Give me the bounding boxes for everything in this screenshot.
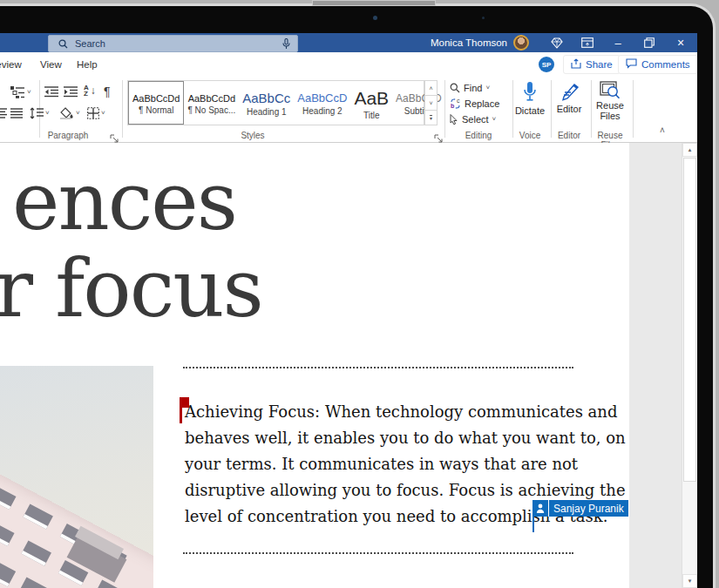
style-title[interactable]: AaB Title — [350, 81, 392, 125]
background-object — [312, 0, 436, 6]
ribbon-tab-row: Review View Help SP Share Comments — [0, 52, 697, 77]
voice-search-icon[interactable] — [282, 38, 290, 50]
tab-review[interactable]: Review — [0, 52, 25, 77]
diamond-icon[interactable] — [547, 33, 566, 52]
document-canvas — [629, 143, 682, 588]
reuse-files-button[interactable]: Reuse Files — [591, 81, 629, 121]
coauthor-name: Sanjay Puranik — [549, 500, 628, 517]
search-placeholder: Search — [75, 38, 105, 49]
ribbon-display-options-icon[interactable] — [578, 33, 597, 52]
dictate-button[interactable]: Dictate — [512, 81, 547, 116]
collapse-ribbon-button[interactable]: ˄ — [660, 125, 665, 135]
editor-group-label: Editor — [551, 131, 587, 140]
editor-button[interactable]: Editor — [551, 81, 587, 114]
paragraph-dialog-launcher[interactable] — [110, 131, 119, 140]
avatar[interactable] — [513, 35, 529, 51]
ribbon: ˅ ˅ AZ ↓ ¶ ˅ ˅ — [0, 77, 697, 143]
user-name: Monica Thomson — [431, 37, 507, 48]
vertical-scrollbar[interactable]: ▴ ▾ — [682, 143, 697, 588]
replace-button[interactable]: bc Replace — [450, 98, 499, 110]
gallery-scroll-up-button[interactable]: ˄ — [424, 80, 438, 96]
document-page[interactable]: ences r focus — [0, 143, 629, 588]
shading-button[interactable]: ˅ — [59, 107, 80, 119]
coauthor-flag[interactable]: Sanjay Puranik — [532, 500, 628, 517]
paragraph-line[interactable]: behaves well, it enables you to do what … — [185, 425, 626, 451]
select-button[interactable]: Select ˅ — [450, 113, 496, 125]
tab-help[interactable]: Help — [73, 52, 101, 77]
align-center-button[interactable] — [0, 108, 7, 118]
close-icon: × — [677, 36, 684, 50]
scroll-down-button[interactable]: ▾ — [682, 574, 697, 588]
signed-in-user[interactable]: Monica Thomson — [431, 33, 507, 52]
svg-text:c: c — [457, 98, 460, 104]
shading-bucket-icon — [59, 107, 74, 119]
justify-icon — [10, 108, 23, 118]
justify-button[interactable] — [10, 108, 23, 118]
sensor-dot-icon — [482, 17, 485, 19]
reuse-files-icon — [600, 81, 621, 100]
document-heading-line1: ences — [12, 162, 236, 242]
share-icon — [571, 58, 581, 71]
sort-arrow-icon: ↓ — [91, 84, 96, 97]
increase-indent-icon — [64, 86, 78, 98]
increase-indent-button[interactable] — [64, 86, 78, 98]
multilevel-list-icon — [10, 85, 25, 98]
borders-icon — [87, 107, 99, 119]
multilevel-list-button[interactable]: ˅ — [10, 85, 31, 98]
coauthor-cursor-red-flag — [180, 397, 190, 423]
show-formatting-button[interactable]: ¶ — [104, 84, 111, 98]
gallery-scroll-down-button[interactable]: ˅ — [424, 96, 438, 111]
borders-button[interactable]: ˅ — [87, 107, 105, 119]
style-heading2[interactable]: AaBbCcD Heading 2 — [294, 81, 350, 125]
chevron-down-icon: ˅ — [492, 116, 497, 123]
styles-group-label: Styles — [218, 131, 288, 140]
tab-view[interactable]: View — [37, 52, 65, 77]
style-heading1[interactable]: AaBbCc Heading 1 — [239, 81, 294, 125]
scrollbar-thumb[interactable] — [683, 158, 696, 482]
search-input[interactable]: Search — [48, 35, 298, 52]
dotted-separator-top — [183, 367, 573, 368]
line-spacing-button[interactable]: ˅ — [30, 107, 50, 119]
dotted-separator-bottom — [183, 552, 573, 554]
editing-group-label: Editing — [450, 131, 507, 140]
paragraph-group-label: Paragraph — [35, 131, 101, 140]
find-button[interactable]: Find ˅ — [450, 82, 490, 94]
comment-icon — [626, 58, 637, 71]
document-heading-line2: r focus — [0, 249, 262, 329]
styles-dialog-launcher[interactable] — [434, 131, 444, 140]
comments-label: Comments — [641, 59, 690, 70]
building-photo — [0, 366, 153, 588]
webcam-icon — [373, 16, 377, 20]
minimize-button[interactable]: – — [608, 33, 627, 52]
restore-button[interactable] — [640, 33, 659, 52]
share-label: Share — [586, 59, 613, 70]
chevron-down-icon: ˅ — [101, 110, 105, 117]
chevron-down-icon: ˅ — [76, 110, 80, 117]
close-button[interactable]: × — [671, 33, 690, 52]
chevron-down-icon: ˅ — [27, 89, 31, 96]
styles-gallery-scroll: ˄ ˅ ▾ — [424, 80, 438, 125]
align-center-icon — [0, 108, 7, 118]
scroll-up-button[interactable]: ▴ — [682, 143, 697, 157]
comments-button[interactable]: Comments — [618, 55, 697, 74]
share-button[interactable]: Share — [563, 55, 621, 74]
word-window: Search Monica Thomson – × Review View He… — [0, 33, 697, 588]
gallery-more-button[interactable]: ▾ — [424, 111, 438, 125]
svg-text:b: b — [451, 103, 454, 109]
minimize-icon: – — [614, 37, 621, 50]
building-shape — [0, 469, 153, 588]
line-spacing-icon — [30, 107, 44, 119]
style-normal[interactable]: AaBbCcDd ¶ Normal — [128, 81, 184, 125]
decrease-indent-button[interactable] — [44, 86, 58, 98]
decrease-indent-icon — [44, 86, 58, 98]
styles-gallery: AaBbCcDd ¶ Normal AaBbCcDd ¶ No Spac... … — [127, 80, 424, 125]
replace-icon: bc — [450, 98, 461, 109]
voice-group-label: Voice — [512, 131, 547, 140]
style-no-spacing[interactable]: AaBbCcDd ¶ No Spac... — [184, 81, 239, 125]
presence-badge[interactable]: SP — [539, 57, 554, 72]
paragraph-line[interactable]: your terms. It communicates in ways that… — [185, 451, 578, 477]
collapse-ribbon-icon: ˄ — [660, 125, 665, 135]
paragraph-line[interactable]: Achieving Focus: When technology communi… — [185, 399, 617, 425]
document-area: ences r focus — [0, 143, 697, 588]
sort-button[interactable]: AZ ↓ — [84, 84, 96, 97]
